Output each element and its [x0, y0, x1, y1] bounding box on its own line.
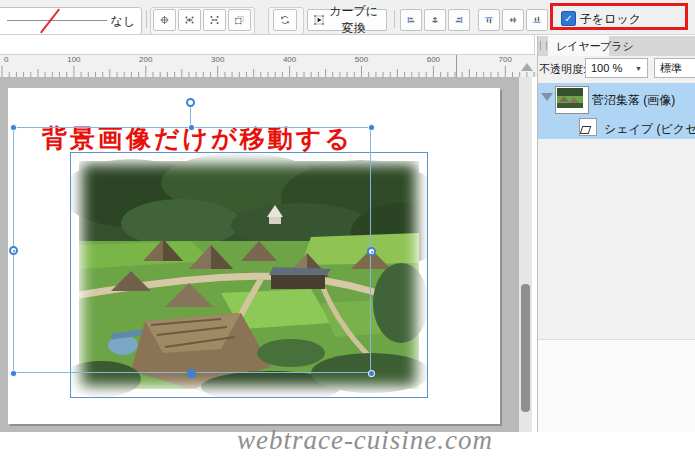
- layer-row-image[interactable]: 菅沼集落 (画像): [538, 83, 695, 117]
- handle-right-mid[interactable]: [367, 247, 376, 256]
- transform-button[interactable]: [228, 9, 251, 31]
- shape-thumbnail[interactable]: [579, 118, 597, 136]
- rotation-handle-stem: [190, 107, 191, 127]
- dropdown-arrow-icon: ▼: [635, 65, 642, 72]
- align-middle-v-icon: [509, 13, 517, 27]
- shape-parallelogram-icon: [580, 126, 592, 134]
- convert-to-curves-icon: [314, 13, 324, 27]
- blend-mode-dropdown[interactable]: 標準: [654, 58, 695, 78]
- tab-brushes[interactable]: ブラシ: [592, 36, 642, 56]
- ruler-cursor-line: [456, 55, 457, 77]
- blend-mode-value: 標準: [660, 61, 682, 76]
- horizontal-ruler: 0100200300400500600700: [0, 55, 537, 77]
- stroke-none-label: なし: [110, 13, 135, 30]
- layer-thumbnail-image: [557, 88, 583, 108]
- rotation-handle[interactable]: [186, 98, 195, 107]
- context-toolbar: なし: [0, 0, 695, 35]
- transform-icon: [235, 12, 244, 28]
- move-handles-button[interactable]: [203, 9, 226, 31]
- lock-children-label: 子をロック: [580, 11, 641, 28]
- layer-name: 菅沼集落 (画像): [592, 92, 675, 109]
- eye-icon: [185, 12, 194, 28]
- panel-lower-area: [538, 340, 695, 432]
- move-arrows-icon: [210, 12, 219, 28]
- layer-row-shape[interactable]: シェイプ (ピクセル): [538, 117, 695, 139]
- opacity-label: 不透明度:: [539, 62, 586, 77]
- align-center-h-button[interactable]: [424, 9, 446, 31]
- toolbar-separator: [394, 10, 395, 28]
- align-top-button[interactable]: [478, 9, 500, 31]
- align-left-icon: [407, 13, 415, 27]
- opacity-value: 100 %: [591, 62, 622, 74]
- ruler-corner-triangle-icon: [521, 63, 533, 71]
- layer-name: シェイプ (ピクセル): [604, 121, 695, 138]
- rotate-icon: [280, 12, 290, 28]
- panel-grip-icon[interactable]: [540, 41, 547, 50]
- stroke-style-selector[interactable]: なし: [0, 7, 142, 35]
- handle-left-mid[interactable]: [9, 246, 18, 255]
- convert-to-curves-label: カーブに変換: [327, 3, 380, 37]
- lock-children-checkbox[interactable]: ✓: [561, 11, 576, 26]
- handle-top-mid[interactable]: [189, 125, 194, 130]
- layer-list: 菅沼集落 (画像) シェイプ (ピクセル): [537, 83, 695, 139]
- toolbar-separator: [146, 10, 147, 28]
- handle-bottom-right[interactable]: [369, 371, 374, 376]
- highlight-red-box: ✓ 子をロック: [550, 3, 688, 30]
- align-bottom-button[interactable]: [526, 9, 548, 31]
- context-strip: [0, 34, 535, 55]
- align-bottom-icon: [533, 13, 541, 27]
- expander-triangle-icon[interactable]: [541, 93, 553, 101]
- align-center-h-icon: [431, 13, 439, 27]
- align-middle-v-button[interactable]: [502, 9, 524, 31]
- handle-top-left[interactable]: [11, 125, 16, 130]
- vertical-scrollbar-thumb[interactable]: [521, 284, 530, 412]
- align-right-icon: [455, 13, 463, 27]
- handle-top-right[interactable]: [369, 125, 374, 130]
- align-right-button[interactable]: [448, 9, 470, 31]
- convert-to-curves-button[interactable]: カーブに変換: [307, 9, 387, 31]
- handle-bottom-mid[interactable]: [187, 369, 196, 378]
- target-button[interactable]: [153, 9, 176, 31]
- stroke-style-preview: [7, 20, 107, 21]
- layer-thumbnail[interactable]: [555, 86, 589, 114]
- stroke-none-slash-icon: [40, 9, 60, 34]
- rotate-button[interactable]: [273, 9, 297, 31]
- app-window: なし: [0, 0, 695, 458]
- align-left-button[interactable]: [400, 9, 422, 31]
- watermark-text: webtrace-cuisine.com: [200, 425, 530, 456]
- opacity-dropdown[interactable]: 100 % ▼: [585, 58, 648, 78]
- align-top-icon: [485, 13, 493, 27]
- show-selection-button[interactable]: [178, 9, 201, 31]
- selection-bounding-box[interactable]: [13, 127, 371, 373]
- target-icon: [160, 12, 169, 28]
- handle-bottom-left[interactable]: [11, 371, 16, 376]
